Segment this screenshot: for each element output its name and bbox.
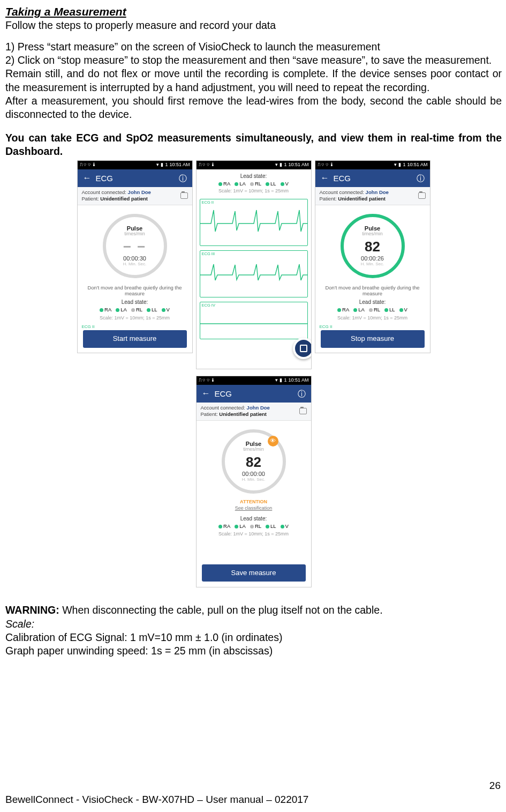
- pulse-unit: times/min: [243, 446, 264, 453]
- wifi-icon: ▾: [394, 162, 397, 168]
- battery-icon: ▮: [280, 162, 282, 168]
- screen-start: ⎍ ♡ ♡ 🌡 ▾▮110:51 AM ←ECG ⓘ Account conne…: [77, 160, 193, 353]
- lead-state-label: Lead state:: [240, 515, 267, 522]
- calibration-1: Calibration of ECG Signal: 1 mV=10 mm ± …: [5, 631, 502, 644]
- ecg2-plot: ECG II: [200, 199, 308, 246]
- start-measure-button[interactable]: Start measure: [83, 330, 187, 348]
- lead-ra: RA: [104, 307, 111, 313]
- stop-fab-button[interactable]: [293, 338, 312, 359]
- lead-v: V: [285, 181, 289, 187]
- patient-name: Unidentified patient: [100, 196, 148, 202]
- lead-ra: RA: [223, 181, 230, 187]
- status-bar: ⎍ ♡ ♡ 🌡 ▾▮110:51 AM: [197, 161, 311, 169]
- battery-pct: 1: [284, 162, 286, 168]
- lead-ll: LL: [270, 523, 276, 530]
- ecg2-label: ECG II: [82, 324, 95, 330]
- status-time: 10:51 AM: [407, 162, 427, 168]
- back-icon[interactable]: ←: [321, 173, 329, 184]
- after-measure: After a measurement, you should first re…: [5, 94, 502, 122]
- lead-ra: RA: [342, 307, 349, 313]
- lead-indicators: RA LA RL LL V: [200, 181, 308, 187]
- account-label: Account connected:: [82, 189, 128, 195]
- wifi-icon: ▾: [275, 162, 278, 168]
- pulse-hms: H. Min. Sec.: [242, 477, 266, 482]
- folder-icon[interactable]: [418, 192, 426, 199]
- save-measure-button[interactable]: Save measure: [202, 564, 306, 582]
- screen-stop: ⎍ ♡ ♡ 🌡 ▾▮110:51 AM ←ECG ⓘ Account conne…: [315, 160, 431, 353]
- folder-icon[interactable]: [180, 192, 188, 199]
- screen-waveforms: ⎍ ♡ ♡ 🌡 ▾▮110:51 AM Lead state: RA LA RL…: [196, 160, 312, 369]
- info-icon[interactable]: ⓘ: [298, 389, 306, 399]
- remain-still: Remain still, and do not flex or move un…: [5, 67, 502, 94]
- account-name: John Doe: [247, 405, 270, 411]
- lead-indicators: RA LA RL LL V: [337, 307, 407, 313]
- app-bar: ←ECG ⓘ: [78, 169, 192, 187]
- pulse-gauge: 👁 Pulse times/min 82 00:00:00 H. Min. Se…: [222, 429, 286, 494]
- pulse-hms: H. Min. Sec.: [361, 262, 384, 267]
- patient-name: Unidentified patient: [338, 196, 386, 202]
- patient-label: Patient:: [82, 196, 101, 202]
- info-icon[interactable]: ⓘ: [179, 173, 187, 184]
- lead-la: LA: [358, 307, 365, 313]
- scale-heading: Scale:: [5, 617, 502, 631]
- battery-pct: 1: [284, 377, 286, 384]
- stop-measure-button[interactable]: Stop measure: [321, 330, 425, 348]
- back-icon[interactable]: ←: [202, 388, 210, 399]
- instruction-text: Don't move and breathe quietly during th…: [319, 285, 427, 297]
- lead-rl: RL: [255, 181, 261, 187]
- wifi-icon: ▾: [275, 377, 278, 384]
- status-bar: ⎍ ♡ ♡ 🌡 ▾▮110:51 AM: [315, 161, 430, 169]
- back-icon[interactable]: ←: [83, 173, 92, 184]
- lead-ll: LL: [270, 181, 276, 187]
- battery-pct: 1: [165, 162, 168, 168]
- lead-ll: LL: [389, 307, 395, 313]
- pulse-unit: times/min: [362, 231, 383, 237]
- footer-text: BewellConnect - VisioCheck - BW-X07HD – …: [5, 793, 501, 807]
- patient-label: Patient:: [320, 196, 338, 202]
- step-1: 1) Press “start measure” on the screen o…: [5, 40, 502, 54]
- instruction-text: Don't move and breathe quietly during th…: [81, 285, 189, 297]
- patient-name: Unidentified patient: [219, 411, 267, 417]
- pulse-timer: 00:00:30: [123, 255, 146, 262]
- scale-text: Scale: 1mV = 10mm; 1s = 25mm: [200, 188, 308, 195]
- lead-la: LA: [120, 307, 127, 313]
- battery-icon: ▮: [398, 162, 401, 168]
- attention-label: ATTENTION: [240, 499, 267, 505]
- pulse-timer: 00:00:00: [242, 470, 265, 478]
- info-icon[interactable]: ⓘ: [417, 173, 425, 184]
- battery-icon: ▮: [161, 162, 163, 168]
- warning-label: WARNING:: [5, 604, 62, 616]
- status-bar: ⎍ ♡ ♡ 🌡 ▾▮110:51 AM: [78, 161, 192, 169]
- status-time: 10:51 AM: [288, 377, 308, 384]
- account-banner: Account connected: John Doe Patient: Uni…: [315, 187, 430, 205]
- page-number: 26: [5, 779, 501, 793]
- scale-text: Scale: 1mV = 10mm; 1s = 25mm: [337, 315, 407, 322]
- classification-link[interactable]: See classification: [235, 505, 273, 512]
- app-title: ECG: [96, 173, 114, 184]
- app-title: ECG: [215, 389, 232, 399]
- app-bar: ←ECG ⓘ: [315, 169, 430, 187]
- account-label: Account connected:: [320, 189, 366, 195]
- app-bar: ←ECG ⓘ: [197, 385, 311, 403]
- lead-la: LA: [239, 181, 246, 187]
- lead-v: V: [285, 523, 289, 530]
- lead-state-label: Lead state:: [359, 299, 386, 306]
- battery-icon: ▮: [280, 377, 282, 384]
- pulse-hms: H. Min. Sec.: [123, 262, 147, 267]
- status-time: 10:51 AM: [288, 162, 308, 168]
- lead-ra: RA: [223, 523, 230, 530]
- simultaneous-note: You can take ECG and SpO2 measurements s…: [5, 131, 502, 159]
- lead-ll: LL: [152, 307, 157, 313]
- account-name: John Doe: [366, 189, 389, 195]
- eye-icon: 👁: [268, 436, 278, 446]
- lead-la: LA: [239, 523, 246, 530]
- screenshots-container: ⎍ ♡ ♡ 🌡 ▾▮110:51 AM ←ECG ⓘ Account conne…: [5, 160, 502, 587]
- warning-text: When disconnecting the cable, pull on th…: [62, 604, 382, 616]
- pulse-gauge: Pulse times/min − − 00:00:30 H. Min. Sec…: [103, 214, 167, 278]
- folder-icon[interactable]: [299, 408, 307, 414]
- account-banner: Account connected: John Doe Patient: Uni…: [197, 403, 311, 421]
- status-icons-left: ⎍ ♡ ♡ 🌡: [199, 162, 216, 168]
- intro-text: Follow the steps to properly measure and…: [5, 19, 502, 32]
- status-icons-left: ⎍ ♡ ♡ 🌡: [199, 377, 216, 384]
- battery-pct: 1: [403, 162, 405, 168]
